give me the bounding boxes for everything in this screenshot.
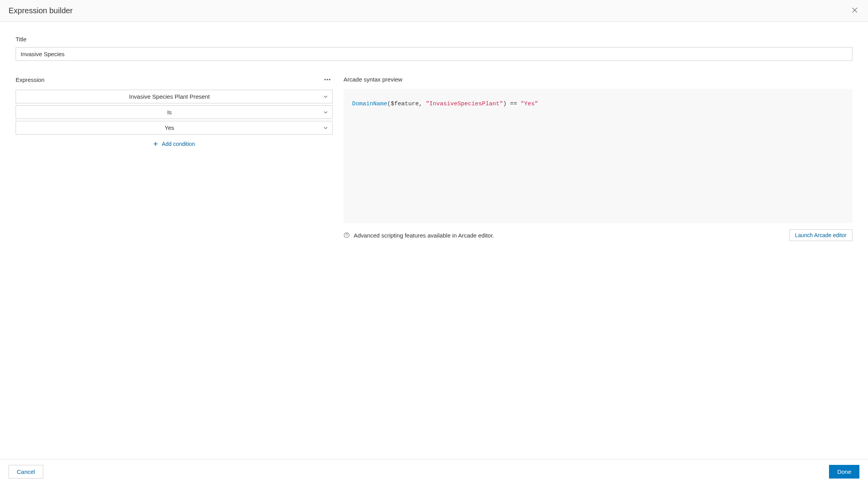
field-select-wrap: Invasive Species Plant Present [16, 90, 333, 103]
modal-body: Title Expression ••• Invasive Species Pl… [0, 22, 868, 459]
title-label: Title [16, 36, 852, 43]
preview-hint-text: Advanced scripting features available in… [354, 232, 494, 239]
add-condition-label: Add condition [162, 141, 195, 147]
operator-select-value: Is [167, 109, 172, 115]
field-select[interactable]: Invasive Species Plant Present [16, 90, 333, 103]
cancel-button[interactable]: Cancel [9, 465, 43, 479]
value-select[interactable]: Yes [16, 121, 333, 135]
plus-icon [153, 142, 158, 146]
launch-arcade-editor-button[interactable]: Launch Arcade editor [789, 229, 852, 241]
done-label: Done [837, 468, 851, 475]
expression-builder-modal: Expression builder Title Expression ••• [0, 0, 868, 484]
columns: Expression ••• Invasive Species Plant Pr… [16, 75, 852, 241]
preview-column: Arcade syntax preview DomainName($featur… [344, 75, 852, 241]
svg-point-1 [346, 236, 347, 237]
operator-select-wrap: Is [16, 105, 333, 119]
value-select-wrap: Yes [16, 121, 333, 135]
code-str1: "InvasiveSpeciesPlant" [426, 101, 503, 107]
launch-arcade-editor-label: Launch Arcade editor [795, 232, 847, 238]
done-button[interactable]: Done [829, 465, 859, 479]
code-str2: "Yes" [521, 101, 538, 107]
code-fn: DomainName [352, 101, 387, 107]
condition-stack: Invasive Species Plant Present Is [16, 90, 333, 135]
expression-header: Expression ••• [16, 75, 333, 84]
help-icon [344, 232, 350, 238]
modal-title: Expression builder [9, 6, 73, 15]
add-condition-button[interactable]: Add condition [16, 139, 333, 149]
preview-hint: Advanced scripting features available in… [344, 232, 494, 239]
modal-header: Expression builder [0, 0, 868, 22]
preview-header: Arcade syntax preview [344, 75, 852, 83]
expression-more-button[interactable]: ••• [322, 75, 333, 84]
more-icon: ••• [324, 76, 331, 83]
expression-column: Expression ••• Invasive Species Plant Pr… [16, 75, 333, 241]
close-icon [852, 7, 858, 14]
operator-select[interactable]: Is [16, 105, 333, 119]
preview-label: Arcade syntax preview [344, 76, 402, 83]
expression-label: Expression [16, 76, 44, 83]
title-section: Title [16, 36, 852, 61]
cancel-label: Cancel [17, 468, 35, 475]
preview-footer: Advanced scripting features available in… [344, 229, 852, 241]
code-open: ($feature, [387, 101, 426, 107]
code-mid: ) == [503, 101, 521, 107]
field-select-value: Invasive Species Plant Present [129, 93, 210, 100]
arcade-preview: DomainName($feature, "InvasiveSpeciesPla… [344, 89, 852, 223]
value-select-value: Yes [165, 124, 174, 131]
close-button[interactable] [850, 5, 859, 16]
title-input[interactable] [16, 47, 852, 61]
modal-footer: Cancel Done [0, 459, 868, 484]
